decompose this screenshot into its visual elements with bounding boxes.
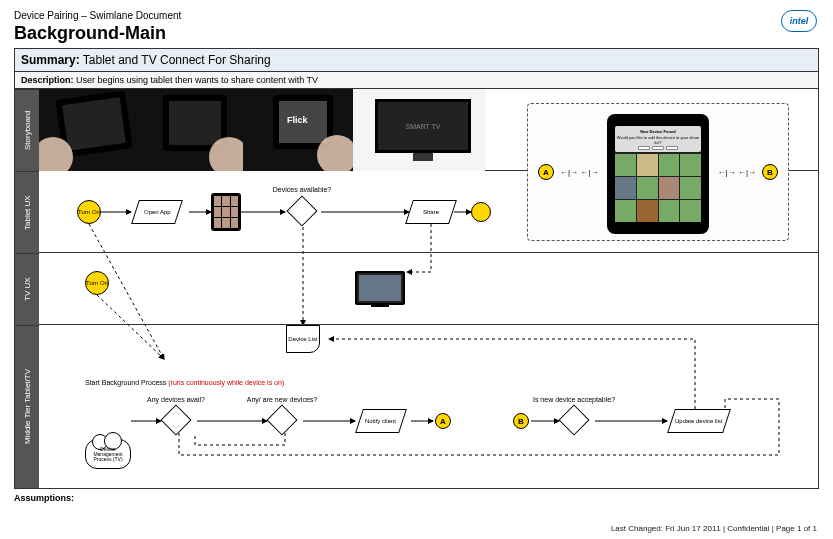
lane-body: Flick SMART TV [39,89,818,488]
assumptions-label: Assumptions: [14,493,819,503]
event-turn-on-tv: Turn On [85,271,109,295]
smarttv-label: SMART TV [378,102,468,150]
summary-bar: Summary: Tablet and TV Connect For Shari… [14,48,819,72]
lane-label-storyboard: Storyboard [15,89,39,171]
action-notify-client: Notify client [355,409,407,433]
action-update-list: Update device list [667,409,731,433]
callout-connector-b: B [762,164,778,180]
callout-dialog: New Device Found Would you like to add t… [615,126,701,152]
intel-logo: intel [781,10,817,32]
storyboard-photo-3: Flick [243,89,353,171]
summary-label: Summary: [21,53,80,67]
action-open-app: Open App [131,200,183,224]
callout-arrow-left: ←|→ ←|→ [560,168,598,177]
decision-devices-available [286,195,317,226]
decision-any-new-label: Any/ are new devices? [247,396,317,403]
callout-panel: A ←|→ ←|→ New Device Found Would you lik… [527,103,789,241]
description-bar: Description: User begins using tablet th… [14,72,819,89]
description-text: User begins using tablet then wants to s… [76,75,318,85]
event-turn-on-tablet: Turn On [77,200,101,224]
lane-middle-tier [39,325,818,488]
cloud-device-mgmt: Device Management Process (TV) [85,439,131,469]
connector-b-in: B [513,413,529,429]
callout-connector-a: A [538,164,554,180]
tv-thumbnail [355,271,405,305]
callout-arrow-right: ←|→ ←|→ [718,168,756,177]
doc-title: Background-Main [14,23,819,44]
lane-label-tablet-ux: Tablet UX [15,171,39,253]
storyboard-photo-1 [39,89,147,171]
decision-devices-available-label: Devices available? [273,186,331,193]
description-label: Description: [21,75,74,85]
callout-dialog-msg: Would you like to add this device to you… [616,135,700,145]
tablet-app-thumbnail [211,193,241,231]
swimlane-container: Storyboard Tablet UX TV UX Middle Tier T… [14,89,819,489]
callout-dialog-title: New Device Found [640,129,676,134]
summary-text: Tablet and TV Connect For Sharing [83,53,271,67]
callout-ipad: New Device Found Would you like to add t… [607,114,709,234]
lane-label-tv-ux: TV UX [15,253,39,325]
action-share: Share [405,200,457,224]
lane-label-middle-tier: Middle Tier Tablet/TV [15,325,39,488]
storyboard-photo-4: SMART TV [353,89,485,171]
decision-any-devices [160,404,191,435]
decision-any-devices-label: Any devices avail? [147,396,205,403]
doc-category: Device Pairing – Swimlane Document [14,10,819,21]
decision-acceptable-label: Is new device acceptable? [533,396,615,403]
lane-labels: Storyboard Tablet UX TV UX Middle Tier T… [15,89,39,488]
decision-acceptable [558,404,589,435]
callout-photo-grid [615,154,701,222]
flickr-label: Flick [287,115,308,125]
bg-process-note: Start Background Process (runs continuou… [85,379,284,386]
doc-device-list: Device List [286,325,320,353]
lane-tv-ux [39,253,818,325]
storyboard-photo-2 [147,89,243,171]
end-event [471,202,491,222]
footer: Last Changed: Fri Jun 17 2011 | Confiden… [611,524,817,533]
document-page: Device Pairing – Swimlane Document Backg… [0,0,833,539]
connector-a-out: A [435,413,451,429]
decision-any-new [266,404,297,435]
